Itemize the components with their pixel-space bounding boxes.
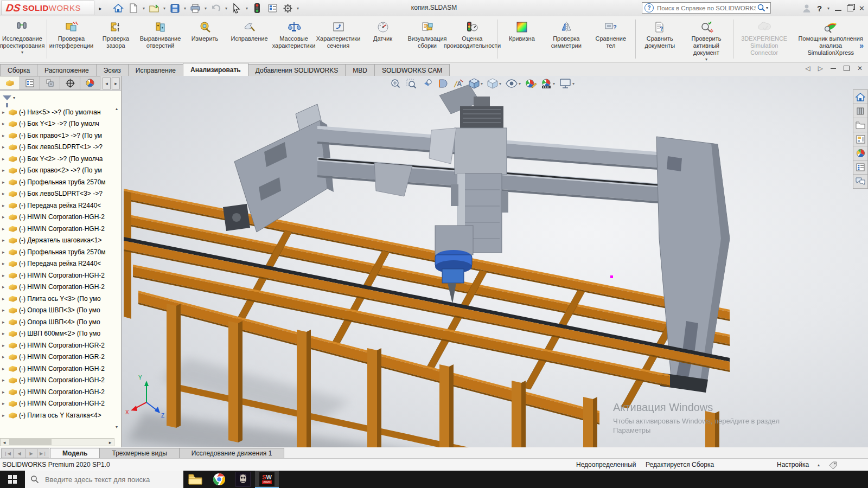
ribbon-button-curvature[interactable]: Кривизна	[500, 18, 544, 43]
display-style-icon[interactable]: ▾	[487, 78, 501, 89]
ribbon-button-interference-check[interactable]: Проверка интерференции	[49, 18, 94, 50]
expander-icon[interactable]: ▸	[2, 389, 9, 395]
expander-icon[interactable]: ▸	[2, 156, 9, 162]
tab-model[interactable]: Модель	[50, 448, 100, 458]
new-document-dropdown[interactable]: ▾	[142, 6, 146, 11]
tab-sketch[interactable]: Эскиз	[96, 64, 129, 76]
save-dropdown[interactable]: ▾	[183, 6, 187, 11]
ribbon-button-repair[interactable]: Исправление	[227, 18, 272, 43]
previous-window-button[interactable]: ◁	[805, 65, 810, 72]
filter-funnel-icon[interactable]	[3, 95, 11, 100]
tree-item[interactable]: ▸(-) HIWIN Corporation-HGR-2	[0, 339, 114, 351]
settings-triangle-icon[interactable]: ▴	[818, 463, 820, 467]
rebuild-icon[interactable]	[250, 2, 264, 15]
expander-icon[interactable]: ▸	[2, 343, 9, 348]
doc-maximize-button[interactable]	[844, 66, 850, 71]
tab-solidworks-cam[interactable]: SOLIDWORKS CAM	[374, 64, 450, 76]
tree-item[interactable]: ▸(-) Профельная труба 2570м	[0, 246, 114, 258]
expander-icon[interactable]: ▸	[2, 413, 9, 418]
previous-view-icon[interactable]	[421, 78, 433, 89]
expander-icon[interactable]: ▸	[2, 401, 9, 406]
panel-tabs-left-arrow[interactable]: ◂	[103, 78, 111, 89]
expander-icon[interactable]: ▸	[2, 191, 9, 196]
expander-icon[interactable]: ▸	[2, 133, 9, 138]
menu-expand-arrow[interactable]: ▸	[97, 2, 104, 14]
tree-item[interactable]: ▸(-) Бок левоSLDPRT<3> ->?	[0, 188, 114, 200]
ribbon-button-assembly-visualization[interactable]: Визуализация сборки	[405, 18, 450, 50]
tree-item[interactable]: ▸(-) HIWIN Corporation-HGH-2	[0, 398, 114, 410]
expander-icon[interactable]: ▸	[2, 273, 9, 278]
select-button[interactable]	[229, 2, 244, 15]
expander-icon[interactable]: ▸	[2, 168, 9, 173]
select-dropdown[interactable]: ▾	[245, 6, 249, 11]
tree-item[interactable]: ▸(-) HIWIN Corporation-HGH-2	[0, 363, 114, 375]
tab-configuration-manager[interactable]	[40, 76, 60, 90]
design-library-icon[interactable]	[853, 104, 867, 118]
tab-property-manager[interactable]	[20, 76, 40, 90]
tab-mbd[interactable]: MBD	[345, 64, 375, 76]
first-tab-button[interactable]: ❘◀	[1, 448, 14, 458]
undo-button[interactable]	[209, 2, 223, 15]
expander-icon[interactable]: ▸	[2, 226, 9, 232]
settings-label[interactable]: Настройка	[777, 461, 809, 468]
tree-vertical-scrollbar[interactable]: ▴ ▾	[113, 106, 120, 432]
tab-solidworks-addins[interactable]: Добавления SOLIDWORKS	[248, 64, 346, 76]
scrollbar-thumb[interactable]	[9, 439, 52, 445]
expander-icon[interactable]: ▸	[2, 307, 9, 313]
tree-item[interactable]: ▸(-) HIWIN Corporation-HGH-2	[0, 269, 114, 281]
tree-item[interactable]: ▸(-) HIWIN Corporation-HGH-2	[0, 211, 114, 223]
expander-icon[interactable]: ▸	[2, 110, 9, 115]
minimize-button[interactable]	[835, 10, 841, 11]
tree-horizontal-scrollbar[interactable]: ◂ ▸	[0, 438, 114, 446]
home-button[interactable]	[111, 2, 125, 15]
start-button[interactable]	[0, 471, 25, 488]
tree-item[interactable]: ▸(-) ШВП 600мм<2> (По умо	[0, 328, 114, 340]
tree-item[interactable]: ▸(-) Передача рейка R2440<	[0, 200, 114, 211]
ribbon-overflow-chevron[interactable]: »	[859, 41, 864, 50]
tab-display-manager[interactable]	[80, 76, 100, 90]
tab-layout[interactable]: Расположение	[37, 64, 97, 76]
home-tab-icon[interactable]	[853, 90, 867, 104]
tree-item[interactable]: ▸(-) Низ<5> ->? (По умолчан	[0, 106, 114, 118]
design-study-dropdown[interactable]: ▾	[21, 50, 23, 55]
tab-evaluate[interactable]: Анализировать	[183, 63, 248, 76]
ribbon-button-design-study[interactable]: Исследование проектирования ▾	[0, 18, 44, 55]
tree-item[interactable]: ▸(-) Бок Y<2> ->? (По умолча	[0, 153, 114, 165]
tree-item[interactable]: ▸(-) Бок право<2> ->? (По ум	[0, 165, 114, 177]
ribbon-button-sensor[interactable]: Датчик	[361, 18, 405, 43]
tree-item[interactable]: ▸(-) Плита ось Y<3> (По умо	[0, 293, 114, 305]
user-account-icon[interactable]	[802, 3, 812, 13]
next-window-button[interactable]: ▷	[818, 65, 823, 72]
custom-properties-icon[interactable]	[853, 160, 867, 175]
open-button[interactable]	[147, 2, 161, 15]
prev-tab-button[interactable]: ◀	[13, 448, 25, 458]
options-gear-icon[interactable]	[280, 2, 295, 15]
edit-appearance-icon[interactable]	[525, 78, 537, 89]
ribbon-button-compare-documents[interactable]: ? Сравнить документы	[637, 18, 682, 50]
view-palette-icon[interactable]	[853, 132, 867, 146]
tree-item[interactable]: ▸(-) HIWIN Corporation-HGH-2	[0, 375, 114, 387]
scroll-left-arrow[interactable]: ◂	[1, 440, 8, 445]
view-orientation-icon[interactable]: ▾	[468, 78, 483, 89]
file-explorer-icon[interactable]	[853, 118, 867, 132]
tag-editor-icon[interactable]	[828, 461, 838, 469]
expander-icon[interactable]: ▸	[2, 249, 9, 255]
tree-item[interactable]: ▸(-) Держатель шаговика<1>	[0, 235, 114, 247]
taskbar-search-input[interactable]	[44, 475, 171, 484]
close-button[interactable]: ✕	[859, 4, 865, 12]
tab-feature-tree[interactable]	[0, 76, 20, 90]
tab-repair[interactable]: Исправление	[128, 64, 183, 76]
section-view-icon[interactable]	[437, 78, 449, 89]
scroll-down-arrow[interactable]: ▾	[113, 425, 120, 432]
search-icon[interactable]	[757, 3, 766, 12]
ribbon-button-clearance-check[interactable]: Проверка зазора	[94, 18, 138, 50]
search-dropdown[interactable]: ▾	[766, 5, 768, 10]
expander-icon[interactable]: ▸	[2, 144, 9, 150]
doc-close-button[interactable]: ✕	[857, 65, 863, 72]
tree-item[interactable]: ▸(-) Бок Y<1> ->? (По умолч	[0, 118, 114, 130]
check-active-document-dropdown[interactable]: ▾	[705, 57, 707, 62]
last-tab-button[interactable]: ▶❘	[37, 448, 49, 458]
tree-item[interactable]: ▸(-) Профельная труба 2570м	[0, 176, 114, 188]
apply-scene-icon[interactable]: ▾	[540, 78, 555, 89]
help-search-input[interactable]	[656, 4, 757, 12]
